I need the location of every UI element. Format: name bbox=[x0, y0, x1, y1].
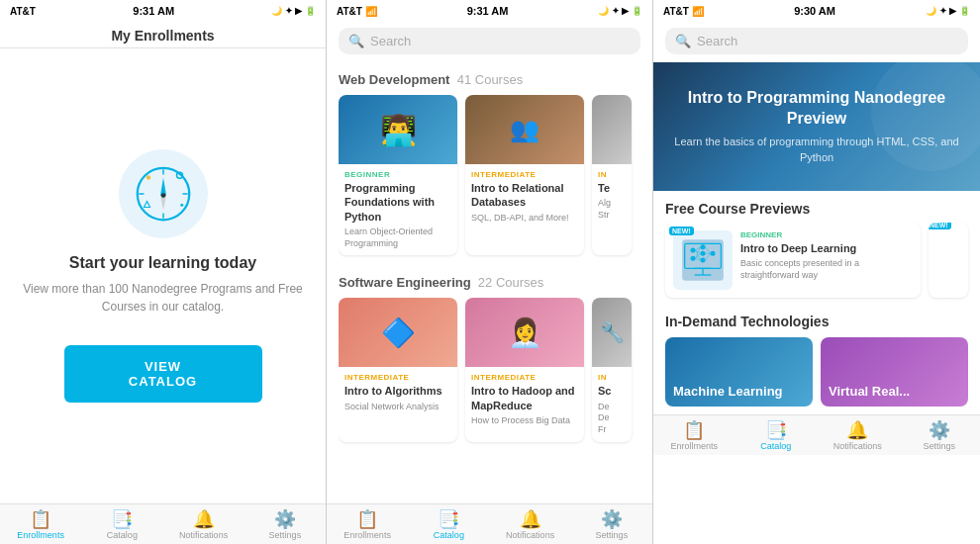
notifications-icon-1: 🔔 bbox=[193, 510, 215, 528]
settings-icon-1: ⚙️ bbox=[274, 510, 296, 528]
deep-learning-info: BEGINNER Intro to Deep Learning Basic co… bbox=[740, 230, 913, 282]
empty-state-title: Start your learning today bbox=[69, 254, 256, 272]
carrier-1: AT&T bbox=[10, 6, 36, 17]
course-subtitle-databases: SQL, DB-API, and More! bbox=[471, 213, 578, 225]
carrier-2: AT&T 📶 bbox=[337, 6, 377, 17]
nav-notifications-label-1: Notifications bbox=[179, 530, 228, 540]
course-card-algorithms[interactable]: 🔷 INTERMEDIATE Intro to Algorithms Socia… bbox=[339, 298, 457, 441]
nav-enrollments-3[interactable]: 📋 Enrollments bbox=[653, 421, 735, 451]
nav-settings-1[interactable]: ⚙️ Settings bbox=[245, 510, 326, 540]
time-1: 9:31 AM bbox=[133, 5, 174, 17]
web-dev-count: 41 Courses bbox=[457, 72, 523, 87]
nav-notifications-3[interactable]: 🔔 Notifications bbox=[817, 421, 899, 451]
compass-svg bbox=[134, 164, 193, 224]
course-card-partial-1: IN Te AlgStr bbox=[592, 95, 632, 255]
svg-point-19 bbox=[701, 244, 706, 249]
nav-catalog-3[interactable]: 📑 Catalog bbox=[735, 421, 818, 451]
bottom-nav-3: 📋 Enrollments 📑 Catalog 🔔 Notifications … bbox=[653, 414, 980, 455]
svg-point-18 bbox=[691, 256, 696, 261]
view-catalog-button[interactable]: VIEW CATALOG bbox=[64, 345, 262, 403]
course-subtitle-partial: AlgStr bbox=[598, 198, 626, 221]
course-card-databases[interactable]: 👥 INTERMEDIATE Intro to Relational Datab… bbox=[465, 95, 584, 255]
svg-point-21 bbox=[701, 258, 706, 263]
phone-catalog: AT&T 📶 9:31 AM 🌙 ✦ ▶ 🔋 🔍 Search Web Deve… bbox=[327, 0, 653, 544]
vr-label: Virtual Real... bbox=[829, 384, 910, 399]
nav-notifications-1[interactable]: 🔔 Notifications bbox=[163, 510, 245, 540]
course-title-algorithms: Intro to Algorithms bbox=[344, 384, 451, 398]
web-dev-courses-row: 👨‍💻 BEGINNER Programming Foundations wit… bbox=[339, 95, 640, 265]
nav-settings-label-1: Settings bbox=[269, 530, 302, 540]
course-level-databases: INTERMEDIATE bbox=[471, 170, 578, 179]
catalog-icon-3: 📑 bbox=[765, 421, 787, 439]
in-demand-ml[interactable]: Machine Learning bbox=[665, 337, 813, 407]
time-3: 9:30 AM bbox=[794, 5, 835, 17]
nav-settings-3[interactable]: ⚙️ Settings bbox=[899, 421, 981, 451]
course-card-python[interactable]: 👨‍💻 BEGINNER Programming Foundations wit… bbox=[339, 95, 457, 255]
software-eng-courses-row: 🔷 INTERMEDIATE Intro to Algorithms Socia… bbox=[339, 298, 640, 451]
page-title-enrollments: My Enrollments bbox=[0, 20, 326, 48]
search-bar-2[interactable]: 🔍 Search bbox=[339, 28, 640, 54]
course-title-partial: Te bbox=[598, 181, 626, 195]
free-courses-row: NEW! bbox=[653, 223, 980, 308]
enrollments-icon-2: 📋 bbox=[356, 510, 378, 528]
nav-catalog-label-1: Catalog bbox=[107, 530, 138, 540]
nav-catalog-2[interactable]: 📑 Catalog bbox=[408, 510, 489, 540]
notifications-icon-2: 🔔 bbox=[520, 510, 541, 528]
bottom-nav-2: 📋 Enrollments 📑 Catalog 🔔 Notifications … bbox=[327, 503, 652, 544]
nav-catalog-1[interactable]: 📑 Catalog bbox=[81, 510, 162, 540]
course-thumb-python: 👨‍💻 bbox=[339, 95, 457, 164]
enrollments-icon: 📋 bbox=[30, 510, 51, 528]
course-title-partial-2: Sc bbox=[598, 384, 626, 398]
svg-point-8 bbox=[146, 175, 150, 180]
course-subtitle-algorithms: Social Network Analysis bbox=[344, 402, 451, 413]
phone-enrollments: AT&T 9:31 AM 🌙 ✦ ▶ 🔋 My Enrollments bbox=[0, 0, 327, 544]
svg-point-17 bbox=[691, 248, 696, 253]
status-icons-2: 🌙 ✦ ▶ 🔋 bbox=[598, 6, 642, 16]
section-software-eng: Software Engineering 22 Courses bbox=[339, 275, 640, 290]
svg-point-7 bbox=[160, 193, 165, 198]
nav-enrollments-2[interactable]: 📋 Enrollments bbox=[327, 510, 408, 540]
in-demand-row: Machine Learning Virtual Real... bbox=[665, 337, 968, 407]
course-subtitle-hadoop: How to Process Big Data bbox=[471, 415, 578, 427]
group-icon: 👥 bbox=[510, 116, 539, 143]
svg-point-22 bbox=[711, 251, 716, 256]
nav-notifications-label-3: Notifications bbox=[833, 441, 882, 451]
catalog-icon-1: 📑 bbox=[111, 510, 133, 528]
course-info-hadoop: INTERMEDIATE Intro to Hadoop and MapRedu… bbox=[465, 367, 584, 432]
nav-notifications-2[interactable]: 🔔 Notifications bbox=[490, 510, 571, 540]
course-title-databases: Intro to Relational Databases bbox=[471, 181, 578, 210]
nav-enrollments-label-1: Enrollments bbox=[17, 530, 64, 540]
nav-settings-label-3: Settings bbox=[923, 441, 955, 451]
svg-point-20 bbox=[701, 251, 706, 256]
course-thumb-partial bbox=[592, 95, 632, 164]
course-thumb-algorithms: 🔷 bbox=[339, 298, 457, 367]
empty-state-desc: View more than 100 Nanodegree Programs a… bbox=[20, 280, 306, 316]
course-info-partial-2: IN Sc DeDeFr bbox=[592, 367, 632, 441]
in-demand-vr[interactable]: Virtual Real... bbox=[821, 337, 968, 407]
course-level-hadoop: INTERMEDIATE bbox=[471, 373, 578, 382]
nav-enrollments-1[interactable]: 📋 Enrollments bbox=[0, 510, 81, 540]
geometric-icon: 🔷 bbox=[381, 317, 416, 349]
new-badge: NEW! bbox=[669, 227, 694, 235]
status-bar-2: AT&T 📶 9:31 AM 🌙 ✦ ▶ 🔋 bbox=[327, 0, 652, 20]
course-card-hadoop[interactable]: 👩‍💼 INTERMEDIATE Intro to Hadoop and Map… bbox=[465, 298, 584, 441]
nav-enrollments-label-2: Enrollments bbox=[343, 530, 391, 540]
enrollments-icon-3: 📋 bbox=[683, 421, 705, 439]
search-bar-3[interactable]: 🔍 Search bbox=[665, 28, 968, 54]
course-info-partial: IN Te AlgStr bbox=[592, 164, 632, 227]
carrier-3: AT&T 📶 bbox=[663, 6, 704, 17]
course-card-partial-2: 🔧 IN Sc DeDeFr bbox=[592, 298, 632, 441]
course-title-python: Programming Foundations with Python bbox=[344, 181, 451, 224]
nav-settings-2[interactable]: ⚙️ Settings bbox=[571, 510, 652, 540]
svg-marker-11 bbox=[144, 202, 149, 208]
course-info-databases: INTERMEDIATE Intro to Relational Databas… bbox=[465, 164, 584, 229]
course-thumb-databases: 👥 bbox=[465, 95, 584, 164]
section-web-dev: Web Development 41 Courses bbox=[339, 72, 640, 87]
time-2: 9:31 AM bbox=[467, 5, 509, 17]
nav-notifications-label-2: Notifications bbox=[506, 530, 554, 540]
catalog-icon-2: 📑 bbox=[438, 510, 459, 528]
svg-point-10 bbox=[180, 204, 183, 207]
free-course-deep-learning[interactable]: NEW! bbox=[665, 223, 921, 298]
app-container: AT&T 9:31 AM 🌙 ✦ ▶ 🔋 My Enrollments bbox=[0, 0, 980, 544]
status-bar-3: AT&T 📶 9:30 AM 🌙 ✦ ▶ 🔋 bbox=[653, 0, 980, 20]
